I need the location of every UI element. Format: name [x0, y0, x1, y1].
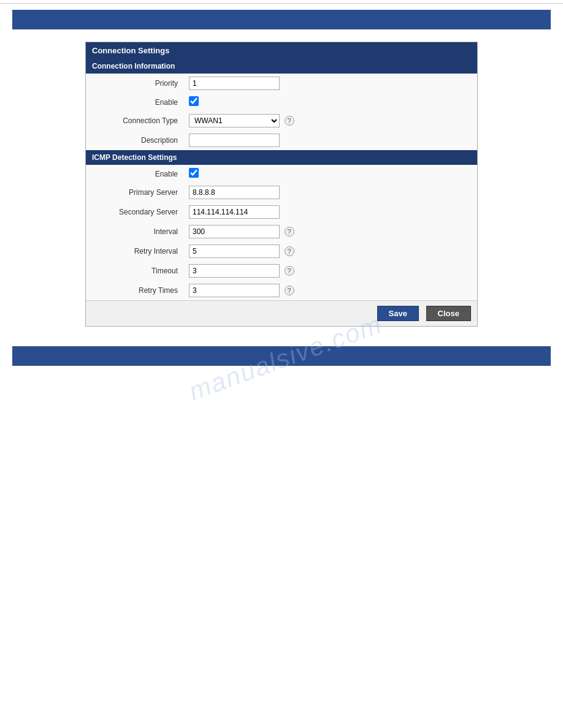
- enable-checkbox[interactable]: [189, 96, 199, 106]
- retry-interval-cell: ?: [184, 241, 477, 261]
- retry-interval-label: Retry Interval: [86, 241, 184, 261]
- interval-input[interactable]: [189, 225, 280, 238]
- secondary-server-cell: [184, 202, 477, 222]
- retry-interval-input[interactable]: [189, 245, 280, 258]
- field-description-row: Description: [86, 131, 477, 150]
- dialog-title-text: Connection Settings: [92, 46, 169, 55]
- icmp-enable-cell: [184, 165, 477, 183]
- connection-type-help-icon[interactable]: ?: [285, 116, 294, 126]
- description-label: Description: [86, 131, 184, 150]
- section-header-connection-info: Connection Information: [86, 59, 477, 74]
- primary-server-input[interactable]: [189, 186, 280, 199]
- description-input[interactable]: [189, 134, 280, 147]
- section-connection-info-label: Connection Information: [92, 62, 175, 70]
- secondary-server-input[interactable]: [189, 205, 280, 219]
- retry-times-label: Retry Times: [86, 281, 184, 300]
- icmp-enable-label: Enable: [86, 165, 184, 183]
- timeout-help-icon[interactable]: ?: [285, 266, 294, 276]
- dialog-container: Connection Settings Connection Informati…: [85, 42, 478, 327]
- field-enable-row: Enable: [86, 93, 477, 111]
- connection-type-cell: WWAN1 WWAN2 LAN WAN ?: [184, 111, 477, 131]
- icmp-enable-checkbox[interactable]: [189, 168, 199, 178]
- field-secondary-server-row: Secondary Server: [86, 202, 477, 222]
- retry-times-cell: ?: [184, 281, 477, 300]
- enable-checkbox-cell: [184, 93, 477, 111]
- icmp-settings-table: Enable Primary Server Second: [86, 165, 477, 300]
- primary-server-cell: [184, 183, 477, 202]
- bottom-banner: [12, 346, 551, 366]
- top-banner: [12, 10, 551, 29]
- priority-input[interactable]: [189, 77, 280, 90]
- retry-interval-help-icon[interactable]: ?: [285, 246, 294, 256]
- field-primary-server-row: Primary Server: [86, 183, 477, 202]
- field-interval-row: Interval ?: [86, 222, 477, 241]
- priority-label: Priority: [86, 74, 184, 93]
- timeout-cell: ?: [184, 261, 477, 281]
- interval-label: Interval: [86, 222, 184, 241]
- field-retry-interval-row: Retry Interval ?: [86, 241, 477, 261]
- field-icmp-enable-row: Enable: [86, 165, 477, 183]
- button-row: Save Close: [86, 300, 477, 326]
- section-header-icmp: ICMP Detection Settings: [86, 150, 477, 165]
- page-wrapper: Connection Settings Connection Informati…: [0, 0, 563, 366]
- connection-type-select[interactable]: WWAN1 WWAN2 LAN WAN: [189, 114, 280, 127]
- timeout-label: Timeout: [86, 261, 184, 281]
- dialog-title: Connection Settings: [86, 42, 477, 59]
- description-input-cell: [184, 131, 477, 150]
- section-icmp-label: ICMP Detection Settings: [92, 153, 177, 162]
- enable-label: Enable: [86, 93, 184, 111]
- field-retry-times-row: Retry Times ?: [86, 281, 477, 300]
- interval-cell: ?: [184, 222, 477, 241]
- content-area: Connection Settings Connection Informati…: [0, 29, 563, 339]
- close-button[interactable]: Close: [426, 306, 471, 321]
- top-divider: [0, 0, 563, 4]
- connection-info-table: Priority Enable Connection T: [86, 74, 477, 150]
- field-priority-row: Priority: [86, 74, 477, 93]
- interval-help-icon[interactable]: ?: [285, 227, 294, 237]
- secondary-server-label: Secondary Server: [86, 202, 184, 222]
- field-connection-type-row: Connection Type WWAN1 WWAN2 LAN WAN ?: [86, 111, 477, 131]
- retry-times-help-icon[interactable]: ?: [285, 286, 294, 295]
- save-button[interactable]: Save: [377, 306, 419, 321]
- retry-times-input[interactable]: [189, 284, 280, 297]
- field-timeout-row: Timeout ?: [86, 261, 477, 281]
- timeout-input[interactable]: [189, 264, 280, 278]
- priority-input-cell: [184, 74, 477, 93]
- connection-type-label: Connection Type: [86, 111, 184, 131]
- primary-server-label: Primary Server: [86, 183, 184, 202]
